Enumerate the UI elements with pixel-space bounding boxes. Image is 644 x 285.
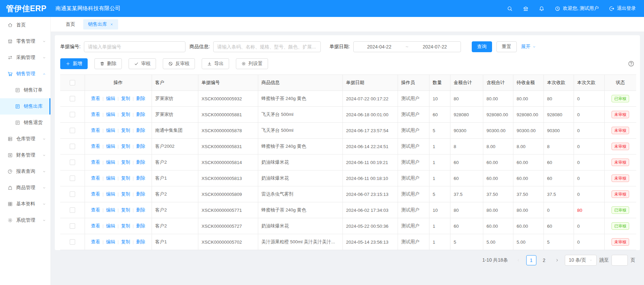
- row-action-copy[interactable]: 复制: [121, 96, 130, 101]
- row-checkbox[interactable]: [70, 239, 75, 245]
- row-action-delete[interactable]: 删除: [136, 223, 145, 228]
- date-start[interactable]: 2024-04-22: [354, 44, 405, 49]
- row-checkbox[interactable]: [70, 160, 75, 165]
- row-action-edit[interactable]: 编辑: [106, 239, 115, 244]
- row-action-delete[interactable]: 删除: [136, 207, 145, 212]
- unaudit-button[interactable]: 反审核: [163, 58, 195, 69]
- row-action-delete[interactable]: 删除: [136, 176, 145, 181]
- row-action-view[interactable]: 查看: [91, 96, 100, 101]
- bank-icon[interactable]: [523, 6, 529, 12]
- column-header[interactable]: 操作: [85, 75, 152, 91]
- sidebar-item-basic-data[interactable]: 基本资料: [0, 196, 50, 212]
- column-header[interactable]: 数量: [429, 75, 450, 91]
- row-action-delete[interactable]: 删除: [136, 128, 145, 133]
- page-button-1[interactable]: 1: [526, 255, 536, 265]
- sidebar-item-home[interactable]: 首页: [0, 17, 50, 33]
- sidebar-item-sales-return[interactable]: 销售退货: [0, 115, 50, 131]
- reset-button[interactable]: 重置: [496, 41, 517, 52]
- page-size-select[interactable]: 10 条/页: [565, 255, 597, 266]
- row-action-edit[interactable]: 编辑: [106, 223, 115, 228]
- search-button[interactable]: 查询: [472, 41, 492, 52]
- column-header[interactable]: 商品信息: [258, 75, 342, 91]
- row-checkbox[interactable]: [70, 176, 75, 181]
- row-checkbox[interactable]: [70, 128, 75, 133]
- row-checkbox[interactable]: [70, 191, 75, 197]
- sidebar-item-report[interactable]: 报表查询: [0, 163, 50, 180]
- row-checkbox[interactable]: [70, 144, 75, 149]
- row-action-copy[interactable]: 复制: [121, 160, 130, 165]
- column-header[interactable]: 本次欠款: [574, 75, 604, 91]
- bell-icon[interactable]: [539, 6, 545, 12]
- help-icon[interactable]: [628, 60, 635, 67]
- row-action-edit[interactable]: 编辑: [106, 207, 115, 212]
- column-header[interactable]: 操作员: [398, 75, 429, 91]
- sidebar-item-sales-outbound[interactable]: 销售出库: [0, 98, 50, 115]
- delete-button[interactable]: 删除: [94, 58, 122, 69]
- row-action-edit[interactable]: 编辑: [106, 96, 115, 101]
- sidebar-item-goods[interactable]: 商品管理: [0, 180, 50, 196]
- select-all-checkbox[interactable]: [70, 80, 75, 85]
- bill-no-input[interactable]: [84, 41, 185, 52]
- row-action-view[interactable]: 查看: [91, 176, 100, 181]
- row-action-edit[interactable]: 编辑: [106, 112, 115, 117]
- row-action-view[interactable]: 查看: [91, 207, 100, 212]
- row-action-copy[interactable]: 复制: [121, 112, 130, 117]
- column-header[interactable]: 待收金额: [513, 75, 543, 91]
- row-action-copy[interactable]: 复制: [121, 176, 130, 181]
- sidebar-item-retail[interactable]: 零售管理: [0, 33, 50, 49]
- tab-home[interactable]: 首页: [61, 19, 80, 29]
- row-action-edit[interactable]: 编辑: [106, 160, 115, 165]
- expand-link[interactable]: 展开: [521, 44, 536, 50]
- row-action-delete[interactable]: 删除: [136, 112, 145, 117]
- column-header[interactable]: 客户: [152, 75, 198, 91]
- prev-page-button[interactable]: [513, 255, 524, 265]
- sidebar-item-purchase[interactable]: 采购管理: [0, 49, 50, 66]
- row-action-copy[interactable]: 复制: [121, 223, 130, 228]
- product-input[interactable]: [213, 41, 321, 52]
- row-action-copy[interactable]: 复制: [121, 239, 130, 244]
- row-action-edit[interactable]: 编辑: [106, 176, 115, 181]
- next-page-button[interactable]: [552, 255, 562, 265]
- column-header[interactable]: 状态: [604, 75, 636, 91]
- row-action-copy[interactable]: 复制: [121, 191, 130, 197]
- row-action-view[interactable]: 查看: [91, 160, 100, 165]
- row-checkbox[interactable]: [70, 223, 75, 229]
- audit-button[interactable]: 审核: [129, 58, 156, 69]
- row-action-copy[interactable]: 复制: [121, 128, 130, 133]
- row-action-copy[interactable]: 复制: [121, 144, 130, 149]
- close-icon[interactable]: [110, 23, 113, 26]
- row-action-view[interactable]: 查看: [91, 223, 100, 228]
- row-action-view[interactable]: 查看: [91, 191, 100, 197]
- column-header[interactable]: 金额合计: [450, 75, 483, 91]
- row-action-delete[interactable]: 删除: [136, 239, 145, 244]
- column-settings-button[interactable]: 列设置: [236, 58, 268, 69]
- row-action-view[interactable]: 查看: [91, 112, 100, 117]
- search-icon[interactable]: [507, 6, 513, 12]
- row-action-delete[interactable]: 删除: [136, 96, 145, 101]
- row-action-edit[interactable]: 编辑: [106, 191, 115, 197]
- export-button[interactable]: 导出: [202, 58, 229, 69]
- column-header[interactable]: 本次收款: [543, 75, 574, 91]
- welcome-user[interactable]: 欢迎您, 测试用户: [555, 5, 599, 12]
- column-header[interactable]: 含税合计: [483, 75, 513, 91]
- sidebar-item-system[interactable]: 系统管理: [0, 212, 50, 228]
- row-action-view[interactable]: 查看: [91, 239, 100, 244]
- logout-button[interactable]: 退出登录: [609, 5, 636, 12]
- tab-sales-outbound[interactable]: 销售出库: [83, 19, 118, 29]
- date-end[interactable]: 2024-07-22: [409, 44, 461, 49]
- column-header[interactable]: 单据编号: [198, 75, 258, 91]
- add-button[interactable]: 新增: [60, 58, 88, 69]
- page-jump-input[interactable]: [612, 255, 628, 266]
- row-action-edit[interactable]: 编辑: [106, 128, 115, 133]
- sidebar-item-sales[interactable]: 销售管理: [0, 66, 50, 82]
- sidebar-item-sales-order[interactable]: 销售订单: [0, 82, 50, 98]
- row-action-delete[interactable]: 删除: [136, 160, 145, 165]
- sidebar-item-warehouse[interactable]: 仓库管理: [0, 131, 50, 147]
- date-range-picker[interactable]: 2024-04-22 ~ 2024-07-22: [353, 41, 461, 52]
- row-checkbox[interactable]: [70, 207, 75, 213]
- sidebar-item-finance[interactable]: 财务管理: [0, 147, 50, 163]
- row-action-view[interactable]: 查看: [91, 144, 100, 149]
- row-action-edit[interactable]: 编辑: [106, 144, 115, 149]
- row-action-delete[interactable]: 删除: [136, 144, 145, 149]
- row-action-delete[interactable]: 删除: [136, 191, 145, 197]
